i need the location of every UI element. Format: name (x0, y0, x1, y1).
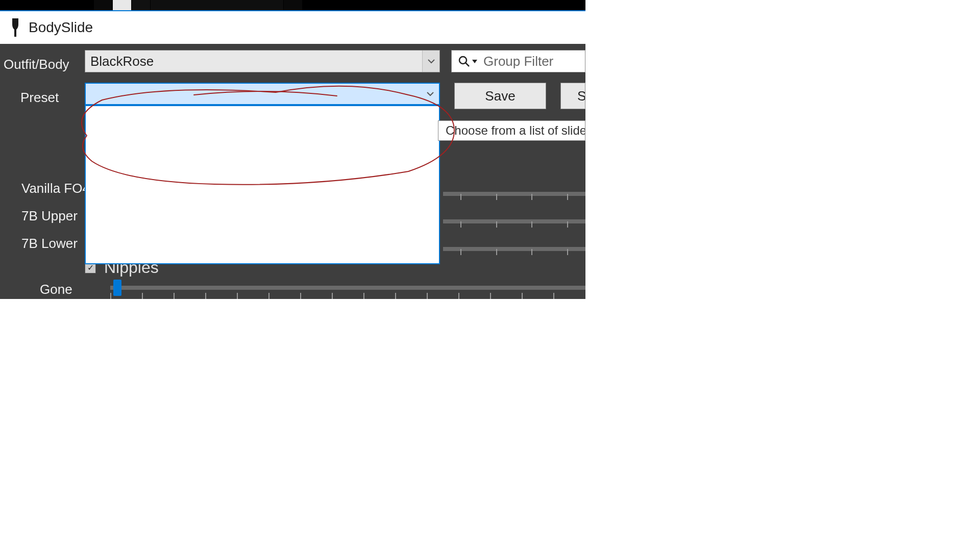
thumbnail[interactable] (151, 0, 283, 10)
slider-label: 7B Lower (21, 230, 90, 257)
thumbnail[interactable] (132, 0, 150, 10)
svg-line-1 (465, 63, 469, 66)
slider-ticks (443, 221, 585, 228)
thumbnail-active[interactable] (113, 0, 131, 10)
save-button[interactable]: Save (454, 83, 546, 109)
thumbnail-strip (0, 0, 585, 10)
outfit-body-label: Outfit/Body (0, 57, 82, 72)
title-bar: BodySlide (0, 11, 658, 44)
app-icon (9, 17, 21, 38)
slider-ticks (443, 194, 585, 200)
gone-slider-track[interactable] (110, 286, 585, 290)
group-filter-input[interactable]: Group Filter (451, 50, 585, 72)
save-as-button[interactable]: S (560, 83, 585, 109)
svg-point-0 (459, 57, 467, 64)
dropdown-arrow-icon (472, 57, 483, 66)
slider-ticks (110, 293, 585, 299)
slider-ticks (443, 249, 585, 255)
tooltip: Choose from a list of slide (438, 120, 585, 141)
main-panel: Outfit/Body BlackRose Group Filter Prese… (0, 44, 585, 299)
slider-label: Vanilla FO4 (21, 174, 90, 202)
gone-slider-label: Gone (40, 282, 72, 297)
chevron-down-icon[interactable] (422, 84, 439, 104)
app-title: BodySlide (29, 19, 93, 36)
thumbnail[interactable] (94, 0, 112, 10)
thumbnail[interactable] (284, 0, 302, 10)
preset-label: Preset (20, 90, 59, 106)
group-filter-placeholder: Group Filter (483, 54, 553, 69)
outfit-body-combo[interactable]: BlackRose (85, 50, 440, 72)
slider-labels: Vanilla FO4 7B Upper 7B Lower (21, 174, 90, 257)
outfit-body-value: BlackRose (85, 54, 422, 69)
preset-dropdown-list[interactable] (85, 105, 440, 264)
preset-combo[interactable] (85, 83, 440, 105)
slider-label: 7B Upper (21, 202, 90, 230)
search-icon (458, 55, 470, 67)
chevron-down-icon[interactable] (422, 51, 439, 72)
